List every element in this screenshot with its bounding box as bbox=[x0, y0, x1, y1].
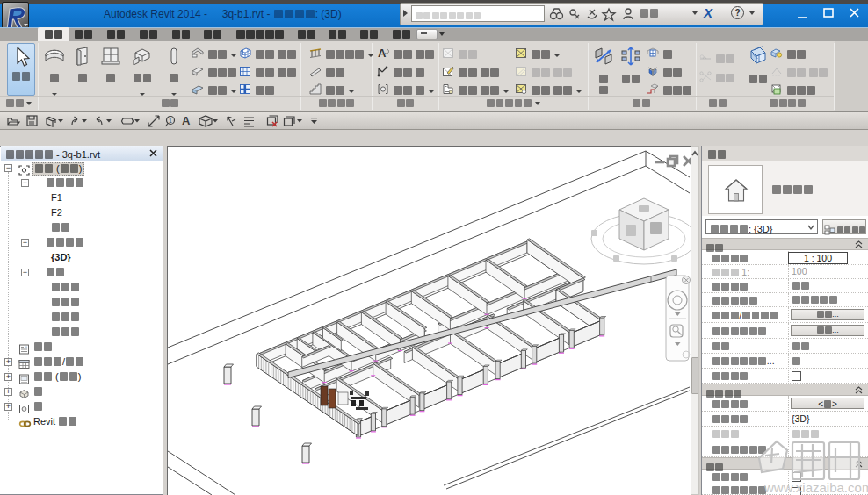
svg-text:A: A bbox=[182, 114, 191, 127]
svg-text:www.xiazaiba.com: www.xiazaiba.com bbox=[763, 480, 868, 495]
svg-text:1: 1 bbox=[169, 118, 172, 124]
